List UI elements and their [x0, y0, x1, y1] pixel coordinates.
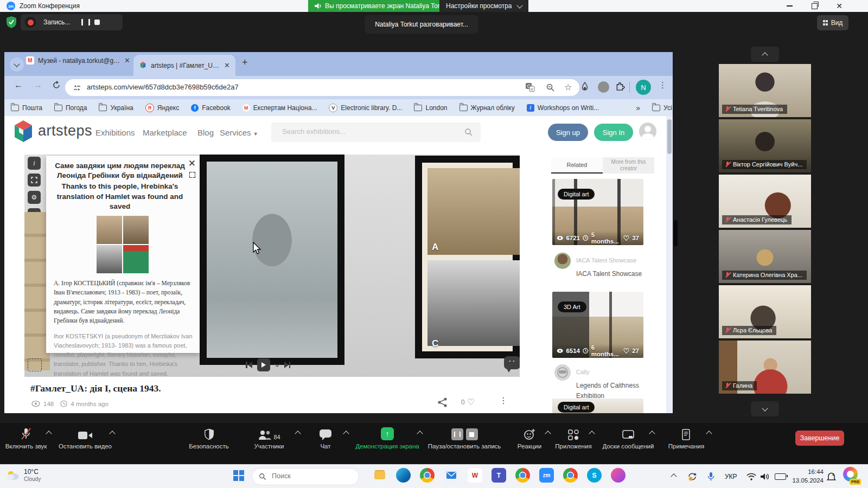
file-explorer-icon[interactable] — [372, 468, 387, 483]
reload-button[interactable] — [52, 81, 61, 92]
tab-artsteps[interactable]: artsteps | #Гамлет_UA: дія I, сце ✕ — [133, 55, 235, 76]
pause-recording-icon[interactable] — [81, 19, 90, 25]
bookmark-yandex[interactable]: ЯЯндекс — [145, 104, 179, 112]
next-point-button[interactable] — [284, 362, 291, 368]
creator-name[interactable]: IACA Talent Showcase — [576, 257, 636, 264]
nav-services[interactable]: Services ▼ — [220, 128, 258, 137]
nav-exhibitions[interactable]: Exhibitions — [95, 128, 135, 137]
participant-video[interactable]: Анастасія Гулевець — [719, 175, 811, 228]
brand-wordmark[interactable]: artsteps — [38, 123, 92, 139]
notifications-dnd-icon[interactable]: z — [827, 465, 836, 488]
app-pink-icon[interactable] — [611, 468, 626, 483]
tab-gmail[interactable]: M Музей - nataliya.torkut@gmail ✕ — [26, 56, 130, 65]
app-w-icon[interactable]: W — [468, 468, 482, 483]
participants-scroll-down[interactable] — [751, 401, 779, 416]
google-app-icon[interactable] — [515, 468, 530, 483]
panel-close-icon[interactable]: ✕ — [188, 158, 196, 169]
bookmarks-overflow-icon[interactable]: » — [636, 104, 640, 112]
play-button[interactable] — [257, 358, 270, 371]
info-tool-button[interactable]: i — [28, 157, 41, 170]
wifi-icon[interactable] — [746, 465, 756, 488]
tab-search-button[interactable] — [10, 57, 24, 72]
nav-marketplace[interactable]: Marketplace — [143, 128, 187, 137]
site-info-icon[interactable] — [73, 84, 81, 92]
participant-video[interactable]: Галина — [719, 341, 811, 394]
portrait-artwork[interactable] — [200, 155, 344, 365]
sign-in-button[interactable]: Sign In — [594, 124, 633, 141]
double-photo-artwork[interactable]: A C — [415, 156, 520, 358]
taskbar-search[interactable] — [252, 468, 359, 485]
tab-close-icon[interactable]: ✕ — [124, 56, 130, 65]
participants-scroll-up[interactable] — [751, 47, 779, 62]
back-button[interactable]: ← — [14, 80, 23, 90]
chrome-icon[interactable] — [420, 468, 435, 483]
screenshot-tool-icon[interactable] — [28, 358, 42, 371]
search-input[interactable] — [281, 127, 451, 136]
bookmark-folder[interactable]: Пошта — [11, 104, 42, 112]
stop-recording-icon[interactable] — [466, 428, 478, 440]
tray-show-hidden[interactable] — [672, 465, 676, 488]
related-card[interactable]: Digital art 6721 5 months... ♡ 37 — [552, 179, 643, 245]
teams-icon[interactable]: T — [492, 468, 506, 483]
scrollbar-thumb[interactable] — [667, 119, 672, 154]
view-settings-button[interactable]: Настройки просмотра — [439, 0, 528, 12]
volume-icon[interactable] — [761, 465, 770, 488]
like-control[interactable]: 0 ♡ — [461, 397, 475, 407]
view-button[interactable]: Вид — [817, 15, 848, 30]
apps-button[interactable]: Приложения — [546, 427, 601, 450]
unmute-button[interactable]: Включить звук — [0, 427, 52, 450]
artsteps-logo[interactable] — [12, 120, 35, 144]
exhibition-viewer[interactable]: i ⚙ ✕ Саме завдяки цим людям переклад Ле… — [24, 155, 520, 377]
fullscreen-tool-button[interactable] — [28, 174, 41, 187]
bookmark-star-icon[interactable]: ☆ — [564, 82, 572, 92]
viewer-chat-icon[interactable] — [504, 356, 520, 369]
stop-recording-icon[interactable] — [94, 20, 100, 25]
security-button[interactable]: Безопасность — [176, 427, 241, 450]
page-scrollbar[interactable] — [666, 116, 673, 413]
bookmark-folder[interactable]: Україна — [99, 104, 133, 112]
tab-more-from-creator[interactable]: More from this creator — [603, 157, 654, 174]
exhibition-search[interactable] — [271, 123, 481, 142]
previous-point-button[interactable] — [246, 362, 252, 368]
browser-menu-icon[interactable]: ⋮ — [659, 80, 667, 90]
tab-related[interactable]: Related — [551, 157, 603, 174]
extension-drop-icon[interactable] — [580, 82, 589, 92]
participant-video[interactable]: Лєра Єльцова — [719, 285, 811, 338]
profile-avatar[interactable]: N — [636, 80, 651, 95]
bookmark-folder[interactable]: Журнал обліку — [459, 104, 515, 112]
participant-video[interactable]: Tetiana Tveritinova — [719, 64, 811, 117]
bookmark-library[interactable]: VElectronic library. D... — [329, 104, 402, 112]
panel-expand-icon[interactable] — [189, 172, 195, 178]
bookmark-facebook[interactable]: fFacebook — [191, 104, 231, 112]
bookmark-all[interactable]: Усі закладки — [652, 104, 673, 112]
more-options-icon[interactable]: ⋮ — [499, 395, 508, 406]
tray-sync-icon[interactable] — [687, 465, 698, 488]
edge-icon[interactable] — [396, 468, 411, 483]
whiteboards-button[interactable]: Доски сообщений — [596, 427, 661, 450]
creator-avatar[interactable] — [554, 253, 571, 269]
start-button[interactable] — [231, 468, 246, 483]
extensions-puzzle-icon[interactable] — [615, 81, 626, 92]
bookmark-workshops[interactable]: /Workshops on Writi... — [527, 104, 599, 112]
sign-up-button[interactable]: Sign up — [548, 124, 588, 141]
panel-resize-handle[interactable] — [674, 220, 678, 246]
share-icon[interactable] — [437, 397, 448, 408]
translate-icon[interactable]: Gя — [525, 82, 535, 92]
participant-video[interactable]: Віктор Сергійович Вуйч... — [719, 119, 811, 172]
participant-video[interactable]: Катерина Олегівна Хра... — [719, 230, 811, 283]
skype-icon[interactable]: S — [587, 468, 602, 483]
guest-avatar[interactable] — [639, 123, 656, 140]
minimize-button[interactable] — [781, 0, 797, 12]
battery-icon[interactable] — [775, 465, 786, 488]
browser-app-icon[interactable] — [563, 468, 578, 483]
nav-blog[interactable]: Blog — [197, 128, 214, 137]
tray-mic-icon[interactable] — [707, 465, 714, 488]
taskbar-search-input[interactable] — [271, 472, 349, 480]
restore-button[interactable] — [806, 0, 822, 12]
extension-circle-icon[interactable] — [598, 81, 609, 93]
settings-tool-button[interactable]: ⚙ — [28, 191, 41, 204]
clock-widget[interactable]: 16:44 13.05.2024 — [788, 467, 824, 485]
chevron-down-icon[interactable] — [274, 361, 280, 367]
pause-stop-recording-button[interactable]: Пауза/остановить запись — [416, 427, 513, 450]
record-icon[interactable] — [25, 17, 36, 28]
